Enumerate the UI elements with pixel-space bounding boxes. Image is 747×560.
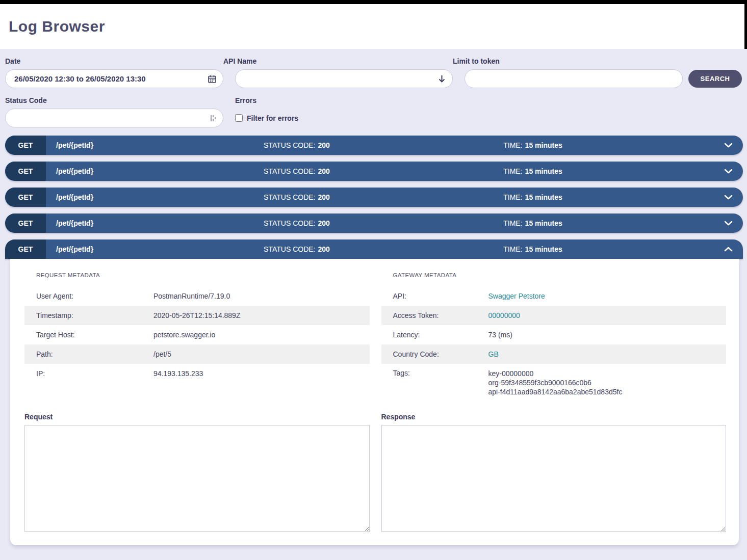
meta-row-country-code: Country Code: GB <box>381 344 727 364</box>
meta-row-timestamp: Timestamp: 2020-05-26T12:15:14.889Z <box>24 306 370 325</box>
row-status: STATUS CODE:200 <box>193 162 400 181</box>
errors-field: Errors Filter for errors <box>235 96 298 127</box>
time-value: 15 minutes <box>525 167 562 175</box>
status-code-field: Status Code <box>5 96 223 127</box>
request-box: Request <box>24 413 370 534</box>
response-box: Response <box>381 413 727 534</box>
chevron-down-icon[interactable] <box>665 136 743 155</box>
chevron-up-icon[interactable] <box>665 239 743 259</box>
meta-label: Tags: <box>393 369 488 377</box>
row-status: STATUS CODE:200 <box>193 239 400 259</box>
status-code-text: STATUS CODE: <box>264 167 315 175</box>
log-row-1[interactable]: GET /pet/{petId} STATUS CODE:200 TIME:15… <box>5 136 743 155</box>
filters-section: Date <box>0 49 747 129</box>
row-time: TIME:15 minutes <box>400 188 666 207</box>
time-value: 15 minutes <box>525 219 562 227</box>
log-row-5-expanded[interactable]: GET /pet/{petId} STATUS CODE:200 TIME:15… <box>5 239 743 259</box>
meta-label: IP: <box>36 369 153 378</box>
limit-token-input-wrap <box>465 69 683 88</box>
meta-row-access-token: Access Token: 00000000 <box>381 306 727 325</box>
time-value: 15 minutes <box>525 193 562 201</box>
access-token-link[interactable]: 00000000 <box>488 311 520 319</box>
row-path: /pet/{petId} <box>46 188 193 207</box>
date-input[interactable] <box>6 70 223 88</box>
response-label: Response <box>381 413 727 421</box>
request-response-section: Request Response <box>24 413 726 534</box>
arrow-down-icon[interactable] <box>438 75 446 83</box>
row-time: TIME:15 minutes <box>400 136 666 155</box>
method-badge: GET <box>5 239 46 259</box>
status-code-input-wrap <box>5 109 223 127</box>
api-link[interactable]: Swagger Petstore <box>488 292 545 300</box>
filter-row-1: Date <box>5 57 742 88</box>
date-input-wrap <box>5 69 223 88</box>
status-code-value: 200 <box>318 245 329 253</box>
meta-row-latency: Latency: 73 (ms) <box>381 325 727 344</box>
meta-row-user-agent: User Agent: PostmanRuntime/7.19.0 <box>24 286 370 306</box>
page-header: Log Browser <box>0 4 744 49</box>
log-row-3[interactable]: GET /pet/{petId} STATUS CODE:200 TIME:15… <box>5 188 743 207</box>
meta-value: 2020-05-26T12:15:14.889Z <box>153 311 240 319</box>
time-value: 15 minutes <box>525 141 562 149</box>
meta-row-path: Path: /pet/5 <box>24 344 370 364</box>
meta-value: PostmanRuntime/7.19.0 <box>153 292 230 300</box>
limit-token-field: Limit to token <box>453 57 683 88</box>
log-row-2[interactable]: GET /pet/{petId} STATUS CODE:200 TIME:15… <box>5 162 743 181</box>
row-path: /pet/{petId} <box>46 162 193 181</box>
limit-token-label: Limit to token <box>453 57 683 65</box>
response-textarea[interactable] <box>381 425 727 532</box>
log-browser-page: Log Browser Date <box>0 0 747 560</box>
method-badge: GET <box>5 162 46 181</box>
row-status: STATUS CODE:200 <box>193 214 400 233</box>
limit-token-input[interactable] <box>465 70 682 88</box>
status-code-text: STATUS CODE: <box>264 193 315 201</box>
status-code-input[interactable] <box>6 109 223 127</box>
calendar-icon[interactable] <box>208 75 216 83</box>
status-code-text: STATUS CODE: <box>264 141 315 149</box>
time-text: TIME: <box>503 219 522 227</box>
api-name-select[interactable] <box>236 70 452 88</box>
status-code-value: 200 <box>318 141 329 149</box>
tag-api: api-f4d11aad9a8142aa6ba2abe51d83d5fc <box>488 387 623 396</box>
row-path: /pet/{petId} <box>46 214 193 233</box>
tag-org: org-59f348559f3cb9000166c0b6 <box>488 378 623 387</box>
api-name-field: API Name <box>223 57 453 88</box>
meta-label: User Agent: <box>36 292 153 300</box>
row-time: TIME:15 minutes <box>400 239 666 259</box>
chevron-down-icon[interactable] <box>665 188 743 207</box>
chevron-down-icon[interactable] <box>665 162 743 181</box>
log-list: GET /pet/{petId} STATUS CODE:200 TIME:15… <box>0 129 747 545</box>
tag-key: key-00000000 <box>488 369 623 378</box>
status-code-value: 200 <box>318 167 329 175</box>
status-code-label: Status Code <box>5 96 223 104</box>
row-time: TIME:15 minutes <box>400 162 666 181</box>
row-time: TIME:15 minutes <box>400 214 666 233</box>
date-field: Date <box>5 57 223 88</box>
status-code-value: 200 <box>318 219 329 227</box>
chevron-down-icon[interactable] <box>665 214 743 233</box>
method-badge: GET <box>5 214 46 233</box>
row-path: /pet/{petId} <box>46 239 193 259</box>
status-code-value: 200 <box>318 193 329 201</box>
time-value: 15 minutes <box>525 245 562 253</box>
meta-row-target-host: Target Host: petstore.swagger.io <box>24 325 370 344</box>
request-metadata-title: REQUEST METADATA <box>24 272 370 278</box>
filter-for-errors-checkbox[interactable] <box>235 114 243 122</box>
search-button[interactable]: SEARCH <box>688 70 742 88</box>
country-code-link[interactable]: GB <box>488 350 499 358</box>
request-textarea[interactable] <box>24 425 370 532</box>
meta-label: Path: <box>36 350 153 358</box>
status-code-text: STATUS CODE: <box>264 219 315 227</box>
stats-bars-icon <box>210 115 216 122</box>
meta-label: Access Token: <box>393 311 488 319</box>
request-metadata-section: REQUEST METADATA User Agent: PostmanRunt… <box>24 272 370 402</box>
api-name-label: API Name <box>223 57 453 65</box>
meta-label: Country Code: <box>393 350 488 358</box>
time-text: TIME: <box>503 193 522 201</box>
tags-value: key-00000000 org-59f348559f3cb9000166c0b… <box>488 369 623 396</box>
top-black-bar <box>0 0 747 4</box>
main-area: Date <box>0 49 747 560</box>
meta-row-api: API: Swagger Petstore <box>381 286 727 306</box>
log-row-4[interactable]: GET /pet/{petId} STATUS CODE:200 TIME:15… <box>5 214 743 233</box>
gateway-metadata-title: GATEWAY METADATA <box>381 272 727 278</box>
